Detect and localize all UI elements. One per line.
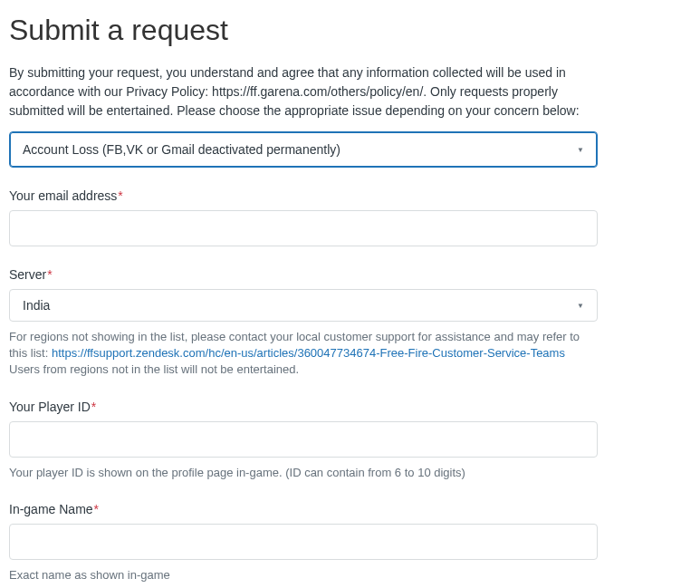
server-hint-link[interactable]: https://ffsupport.zendesk.com/hc/en-us/a… (52, 346, 565, 360)
server-select[interactable]: India ▼ (9, 289, 598, 322)
server-field-group: Server* India ▼ For regions not showing … (9, 266, 691, 379)
ingame-name-input[interactable] (9, 524, 598, 560)
player-id-label: Your Player ID* (9, 400, 96, 414)
required-marker: * (47, 267, 52, 282)
intro-text: By submitting your request, you understa… (9, 63, 598, 120)
chevron-down-icon: ▼ (577, 302, 584, 310)
issue-select[interactable]: Account Loss (FB,VK or Gmail deactivated… (9, 131, 598, 168)
player-id-field-group: Your Player ID* Your player ID is shown … (9, 399, 691, 481)
issue-select-value: Account Loss (FB,VK or Gmail deactivated… (23, 142, 340, 157)
player-id-input[interactable] (9, 421, 598, 458)
server-label: Server* (9, 267, 53, 282)
ingame-name-label: In-game Name* (9, 502, 99, 516)
required-marker: * (94, 502, 99, 516)
required-marker: * (118, 188, 122, 203)
ingame-name-hint: Exact name as shown in-game (9, 567, 598, 583)
required-marker: * (91, 400, 96, 414)
chevron-down-icon: ▼ (577, 146, 584, 154)
server-hint: For regions not showing in the list, ple… (9, 329, 598, 379)
issue-field-group: Account Loss (FB,VK or Gmail deactivated… (9, 131, 691, 168)
page-title: Submit a request (9, 14, 691, 47)
email-field-group: Your email address* (9, 188, 691, 246)
email-input[interactable] (9, 210, 598, 246)
server-select-value: India (23, 298, 50, 313)
player-id-hint: Your player ID is shown on the profile p… (9, 465, 598, 481)
ingame-name-field-group: In-game Name* Exact name as shown in-gam… (9, 501, 691, 583)
email-label: Your email address* (9, 188, 123, 203)
